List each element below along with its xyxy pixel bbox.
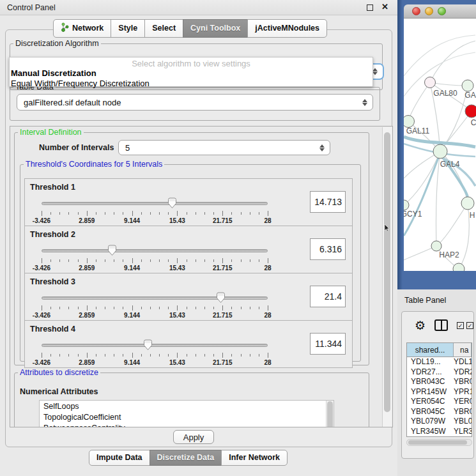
network-canvas-svg: GAL80GAGAL11CGAL4GCY1HHAP2 bbox=[404, 19, 476, 271]
table-rows: YDL19...YDL1YDR27...YDR2YBR043CYBR0YPR14… bbox=[407, 357, 472, 437]
mouse-cursor bbox=[384, 223, 390, 234]
panel-title: Control Panel bbox=[7, 3, 56, 12]
table-row[interactable]: YDR27...YDR2 bbox=[407, 367, 472, 378]
table-row[interactable]: YLR345WYLR3 bbox=[407, 427, 472, 437]
threshold-value-field[interactable]: 11.344 bbox=[310, 333, 346, 355]
close-traffic-light[interactable] bbox=[412, 7, 420, 15]
number-of-intervals-combo[interactable]: 5 bbox=[118, 140, 330, 155]
attribute-list-item[interactable]: TopologicalCoefficient bbox=[40, 411, 334, 422]
table-horizontal-scrollbar[interactable] bbox=[406, 439, 472, 446]
table-row[interactable]: YDL19...YDL1 bbox=[407, 357, 472, 367]
slider-tick-labels: -3.4262.8599.14415.4321.71528 bbox=[42, 217, 268, 225]
bottom-tab-bar: Impute Data Discretize Data Infer Networ… bbox=[89, 450, 288, 466]
table-row[interactable]: YIL052CYIL0 bbox=[407, 436, 472, 437]
threshold-slider[interactable]: -3.4262.8599.14415.4321.71528 bbox=[42, 197, 268, 225]
attributes-list-scrollbar[interactable] bbox=[326, 401, 334, 427]
network-canvas[interactable]: GAL80GAGAL11CGAL4GCY1HHAP2 bbox=[404, 19, 476, 271]
network-window-titlebar[interactable] bbox=[404, 4, 476, 19]
node-label: GAL4 bbox=[440, 160, 460, 169]
tab-infer-network[interactable]: Infer Network bbox=[221, 450, 288, 466]
tab-impute-data-label: Impute Data bbox=[96, 453, 142, 462]
tab-select[interactable]: Select bbox=[144, 19, 183, 38]
tab-style[interactable]: Style bbox=[111, 19, 145, 38]
threshold-slider[interactable]: -3.4262.8599.14415.4321.71528 bbox=[42, 291, 268, 319]
network-node[interactable] bbox=[425, 77, 436, 88]
gear-icon[interactable]: ⚙ bbox=[415, 319, 426, 332]
threshold-row: Threshold 3 -3.4262.8599.14415.4321.7152… bbox=[24, 273, 353, 321]
slider-ticks bbox=[42, 211, 268, 216]
split-columns-icon[interactable] bbox=[434, 319, 448, 331]
attr-items: SelfLoopsTopologicalCoefficientBetweenne… bbox=[40, 401, 334, 427]
node-label: GA bbox=[464, 91, 475, 100]
threshold-rows: Threshold 1 -3.4262.8599.14415.4321.7152… bbox=[24, 179, 353, 368]
table-row[interactable]: YBR043CYBR0 bbox=[407, 377, 472, 387]
threshold-row: Threshold 2 -3.4262.8599.14415.4321.7152… bbox=[24, 226, 353, 273]
attribute-list-item[interactable]: BetweennessCentrality bbox=[40, 422, 334, 427]
network-node[interactable] bbox=[404, 116, 415, 128]
slider-track[interactable] bbox=[42, 344, 268, 347]
tab-impute-data[interactable]: Impute Data bbox=[89, 450, 150, 466]
table-row[interactable]: YER054CYER0 bbox=[407, 397, 472, 407]
table-data-combo-value: galFiltered.sif default node bbox=[24, 98, 121, 107]
network-node[interactable] bbox=[462, 80, 473, 91]
slider-track[interactable] bbox=[42, 202, 268, 205]
network-node[interactable] bbox=[465, 105, 476, 118]
settings-vertical-scrollbar[interactable] bbox=[382, 127, 392, 427]
minimize-traffic-light[interactable] bbox=[425, 7, 433, 15]
zoom-traffic-light[interactable] bbox=[438, 7, 446, 15]
node-label: HAP2 bbox=[439, 250, 459, 259]
table-row[interactable]: YBR045CYBR0 bbox=[407, 407, 472, 417]
slider-track[interactable] bbox=[42, 296, 268, 300]
checkbox-icon-1[interactable]: ✓ bbox=[457, 322, 464, 329]
slider-thumb[interactable] bbox=[143, 339, 153, 353]
table-row[interactable]: YBL079WYBL0 bbox=[407, 417, 472, 427]
table-hscrollbar-thumb[interactable] bbox=[408, 440, 467, 445]
threshold-slider[interactable]: -3.4262.8599.14415.4321.71528 bbox=[42, 339, 268, 367]
node-label: H bbox=[470, 211, 475, 220]
apply-button[interactable]: Apply bbox=[173, 430, 214, 444]
dropdown-option-manual[interactable]: Manual Discretization bbox=[10, 68, 372, 79]
column-header-name[interactable]: na bbox=[454, 343, 472, 357]
network-node[interactable] bbox=[461, 197, 474, 210]
tab-network[interactable]: Network bbox=[53, 19, 111, 38]
attribute-list-item[interactable]: SelfLoops bbox=[40, 401, 334, 411]
table-data-combo[interactable]: galFiltered.sif default node bbox=[17, 94, 373, 111]
dropdown-hint: Select algorithm to view settings bbox=[10, 58, 372, 68]
slider-tick-labels: -3.4262.8599.14415.4321.71528 bbox=[42, 312, 268, 319]
node-table: shared... na YDL19...YDL1YDR27...YDR2YBR… bbox=[406, 342, 472, 437]
slider-thumb[interactable] bbox=[107, 245, 117, 259]
dropdown-option-equal-width[interactable]: Equal Width/Frequency Discretization bbox=[10, 79, 372, 89]
node-label: GCY1 bbox=[404, 210, 422, 219]
slider-thumb[interactable] bbox=[167, 197, 177, 211]
tab-cyni-toolbox[interactable]: Cyni Toolbox bbox=[183, 19, 248, 38]
network-node[interactable] bbox=[453, 263, 464, 271]
slider-ticks bbox=[42, 305, 268, 311]
slider-thumb[interactable] bbox=[216, 292, 226, 306]
cyni-toolbox-panel: Discretization Algorithm Select algorith… bbox=[5, 29, 392, 447]
float-window-icon[interactable] bbox=[367, 4, 373, 11]
settings-scroll-panel: Interval Definition Number of Intervals … bbox=[10, 126, 393, 427]
slider-ticks bbox=[42, 258, 268, 263]
column-header-shared-name[interactable]: shared... bbox=[407, 343, 454, 357]
settings-scrollbar-thumb[interactable] bbox=[384, 132, 390, 412]
threshold-value-field[interactable]: 21.4 bbox=[310, 286, 346, 307]
tab-jactivemnodules[interactable]: jActiveMNodules bbox=[247, 19, 327, 38]
numerical-attributes-label: Numerical Attributes bbox=[20, 387, 98, 396]
numerical-attributes-list[interactable]: SelfLoopsTopologicalCoefficientBetweenne… bbox=[39, 400, 334, 427]
threshold-slider[interactable]: -3.4262.8599.14415.4321.71528 bbox=[42, 244, 268, 272]
network-view-window[interactable]: GAL80GAGAL11CGAL4GCY1HHAP2 bbox=[397, 0, 476, 289]
network-node[interactable] bbox=[431, 241, 441, 251]
network-node[interactable] bbox=[433, 144, 447, 158]
threshold-value-field[interactable]: 14.713 bbox=[310, 191, 346, 213]
slider-track[interactable] bbox=[42, 249, 268, 252]
tab-jactivemnodules-label: jActiveMNodules bbox=[255, 24, 319, 33]
threshold-value-field[interactable]: 6.316 bbox=[310, 238, 346, 260]
table-row[interactable]: YPR145WYPR1 bbox=[407, 387, 472, 397]
tab-style-label: Style bbox=[118, 24, 137, 33]
close-icon[interactable]: ✕ bbox=[381, 2, 388, 12]
tab-discretize-data[interactable]: Discretize Data bbox=[150, 450, 222, 466]
threshold-label: Threshold 4 bbox=[30, 325, 75, 334]
table-browser-window: ⚙ ✓ ✓ shared... na YDL19...YDL1YDR27...Y… bbox=[401, 311, 474, 459]
checkbox-icon-2[interactable]: ✓ bbox=[466, 322, 473, 329]
attributes-scrollbar-thumb[interactable] bbox=[327, 401, 333, 427]
